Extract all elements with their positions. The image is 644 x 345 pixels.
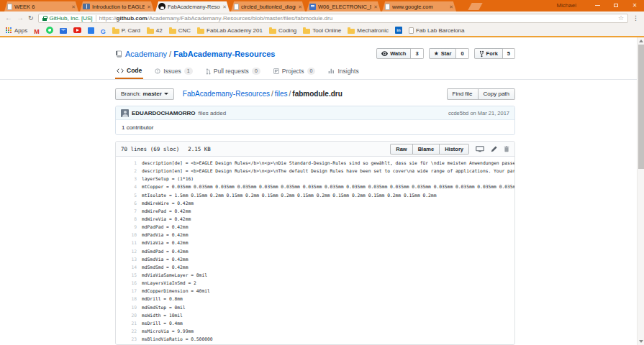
code-line: 16 mnLayersViaInSmd = 2 [116, 279, 514, 287]
url-text[interactable]: https://github.com/Academany/FabAcademan… [99, 15, 615, 22]
star-count[interactable]: 0 [456, 48, 468, 59]
delete-trash-icon[interactable] [504, 146, 509, 152]
page-scrollbar[interactable] [637, 37, 644, 345]
star-button[interactable]: ★ Star [429, 48, 457, 59]
tab-projects[interactable]: Projects 0 [272, 67, 317, 79]
code-line: 21 msDrill = 0.4mm [116, 319, 514, 327]
browser-tab[interactable]: Introduction to EAGLE - [80, 1, 154, 12]
line-number[interactable]: 15 [116, 272, 142, 277]
address-bar[interactable]: GitHub, Inc. [US] https://github.com/Aca… [38, 14, 628, 23]
find-file-button[interactable]: Find file [447, 88, 479, 100]
tab-close-icon[interactable] [222, 4, 227, 9]
tab-insights[interactable]: Insights [327, 67, 360, 79]
commit-author-link[interactable]: EDUARDOCHAMORRO [132, 110, 195, 116]
raw-button[interactable]: Raw [390, 144, 412, 155]
line-number[interactable]: 7 [116, 208, 142, 213]
bookmark-star-icon[interactable]: ☆ [618, 15, 624, 22]
browser-tab[interactable]: FabAcademany-Resourc [155, 1, 230, 12]
fork-button[interactable]: Fork [474, 48, 503, 59]
line-number[interactable]: 4 [116, 184, 142, 189]
line-number[interactable]: 22 [116, 328, 142, 334]
open-desktop-icon[interactable] [476, 146, 484, 152]
browser-tab[interactable]: circled_buttonled_diagra [231, 1, 305, 12]
bookmark-item[interactable] [88, 27, 94, 34]
breadcrumb-repo-link[interactable]: FabAcademany-Resources [183, 90, 270, 98]
line-number[interactable]: 16 [116, 280, 142, 285]
line-number[interactable]: 9 [116, 224, 142, 229]
tab-close-icon[interactable] [147, 4, 151, 9]
browser-tab[interactable]: WEEK 6 [4, 1, 78, 12]
edit-pencil-icon[interactable] [491, 146, 497, 152]
avatar[interactable] [121, 109, 129, 117]
bookmark-item[interactable] [101, 24, 106, 37]
repo-owner-link[interactable]: Academany [125, 50, 167, 58]
line-number[interactable]: 3 [116, 176, 142, 181]
breadcrumb-dir-link[interactable]: files [275, 90, 288, 98]
bookmark-item[interactable]: 42 [147, 27, 163, 34]
scrollbar-up-arrow[interactable] [638, 37, 644, 45]
scrollbar-thumb[interactable] [638, 45, 644, 169]
line-number[interactable]: 14 [116, 264, 142, 270]
watch-button[interactable]: Watch [376, 48, 411, 59]
line-number[interactable]: 21 [116, 321, 142, 326]
tab-code[interactable]: Code [115, 67, 143, 79]
bookmark-item[interactable]: Mechatronic [348, 27, 389, 34]
line-number[interactable]: 5 [116, 193, 142, 198]
bookmark-item[interactable]: Coding [269, 27, 296, 34]
bookmark-item[interactable] [395, 27, 402, 34]
back-button[interactable]: ← [5, 14, 12, 22]
browser-tab[interactable]: www.google.com [382, 1, 456, 12]
bookmark-item[interactable]: CNC [169, 27, 191, 34]
chrome-profile-name[interactable]: Michael [556, 2, 576, 9]
line-number[interactable]: 11 [116, 240, 142, 245]
commit-hash-date[interactable]: ccde5bd on Mar 21, 2017 [448, 110, 509, 116]
bookmark-item[interactable]: P. Card [112, 27, 140, 34]
line-number[interactable]: 1 [116, 160, 142, 165]
bookmark-item[interactable]: Fab Lab Barcelona [409, 27, 465, 34]
bookmark-item[interactable] [34, 24, 40, 37]
line-number[interactable]: 18 [116, 296, 142, 301]
line-number[interactable]: 6 [116, 201, 142, 206]
bookmark-item[interactable] [60, 27, 67, 34]
copy-path-button[interactable]: Copy path [479, 88, 515, 100]
minimize-button[interactable] [588, 0, 607, 11]
tab-close-icon[interactable] [298, 4, 302, 9]
tab-issues[interactable]: Issues 1 [153, 67, 194, 79]
tab-close-icon[interactable] [449, 4, 453, 9]
browser-tab[interactable]: W06_ELECTRONIC_DESI [307, 1, 381, 12]
bookmark-item[interactable] [73, 27, 81, 33]
line-number[interactable]: 8 [116, 216, 142, 221]
repo-name-link[interactable]: FabAcademany-Resources [173, 50, 275, 58]
fork-count[interactable]: 5 [503, 48, 515, 59]
line-number[interactable]: 12 [116, 249, 142, 254]
blame-button[interactable]: Blame [413, 144, 440, 155]
maximize-button[interactable] [607, 0, 625, 11]
branch-select-button[interactable]: Branch: master [115, 88, 174, 100]
scrollbar-down-arrow[interactable] [638, 338, 644, 345]
line-number[interactable]: 19 [116, 305, 142, 310]
line-number[interactable]: 17 [116, 288, 142, 293]
bookmarks-bar: Apps [0, 24, 644, 36]
line-number[interactable]: 10 [116, 232, 142, 237]
security-label[interactable]: GitHub, Inc. [US] [50, 15, 93, 22]
commit-message-link[interactable]: files added [198, 110, 226, 116]
line-number[interactable]: 23 [116, 336, 142, 341]
close-button[interactable] [625, 0, 644, 11]
bookmark-item[interactable]: FabLab Academy 201 [197, 27, 263, 34]
chrome-menu-icon[interactable]: ⋮ [632, 14, 639, 22]
contributors-label[interactable]: 1 contributor [122, 124, 153, 131]
history-button[interactable]: History [440, 144, 469, 155]
tab-pull-requests[interactable]: Pull requests 0 [204, 67, 262, 79]
tab-close-icon[interactable] [71, 4, 76, 9]
code-text: mdSmdStop = 0mil [142, 305, 186, 310]
bookmark-item[interactable]: Apps [6, 27, 27, 34]
bookmark-item[interactable]: Tool Online [303, 27, 341, 34]
line-number[interactable]: 20 [116, 313, 142, 318]
line-number[interactable]: 2 [116, 168, 142, 173]
forward-button[interactable]: → [17, 14, 24, 22]
bookmark-item[interactable] [46, 27, 53, 34]
reload-button[interactable]: ↻ [28, 15, 34, 22]
line-number[interactable]: 13 [116, 257, 142, 262]
tab-close-icon[interactable] [373, 4, 378, 9]
watch-count[interactable]: 3 [411, 48, 423, 59]
